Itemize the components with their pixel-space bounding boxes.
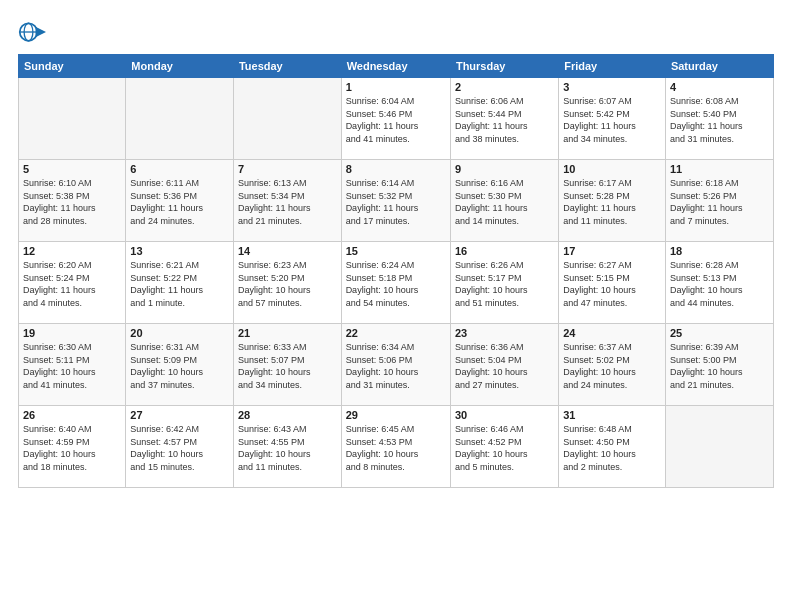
calendar-header-monday: Monday	[126, 55, 234, 78]
calendar-cell: 29Sunrise: 6:45 AMSunset: 4:53 PMDayligh…	[341, 406, 450, 488]
calendar-cell: 30Sunrise: 6:46 AMSunset: 4:52 PMDayligh…	[450, 406, 558, 488]
day-number: 6	[130, 163, 229, 175]
day-info: Sunrise: 6:10 AMSunset: 5:38 PMDaylight:…	[23, 177, 121, 227]
day-info: Sunrise: 6:39 AMSunset: 5:00 PMDaylight:…	[670, 341, 769, 391]
calendar-cell: 10Sunrise: 6:17 AMSunset: 5:28 PMDayligh…	[559, 160, 666, 242]
day-info: Sunrise: 6:37 AMSunset: 5:02 PMDaylight:…	[563, 341, 661, 391]
calendar-cell: 11Sunrise: 6:18 AMSunset: 5:26 PMDayligh…	[665, 160, 773, 242]
day-number: 28	[238, 409, 337, 421]
logo	[18, 18, 50, 46]
day-info: Sunrise: 6:28 AMSunset: 5:13 PMDaylight:…	[670, 259, 769, 309]
day-info: Sunrise: 6:36 AMSunset: 5:04 PMDaylight:…	[455, 341, 554, 391]
calendar-cell: 1Sunrise: 6:04 AMSunset: 5:46 PMDaylight…	[341, 78, 450, 160]
day-number: 20	[130, 327, 229, 339]
day-info: Sunrise: 6:34 AMSunset: 5:06 PMDaylight:…	[346, 341, 446, 391]
day-info: Sunrise: 6:06 AMSunset: 5:44 PMDaylight:…	[455, 95, 554, 145]
day-number: 18	[670, 245, 769, 257]
day-number: 17	[563, 245, 661, 257]
calendar-cell	[233, 78, 341, 160]
calendar-page: SundayMondayTuesdayWednesdayThursdayFrid…	[0, 0, 792, 612]
calendar-cell: 7Sunrise: 6:13 AMSunset: 5:34 PMDaylight…	[233, 160, 341, 242]
calendar-cell: 2Sunrise: 6:06 AMSunset: 5:44 PMDaylight…	[450, 78, 558, 160]
day-number: 13	[130, 245, 229, 257]
calendar-cell: 19Sunrise: 6:30 AMSunset: 5:11 PMDayligh…	[19, 324, 126, 406]
calendar-week-row: 5Sunrise: 6:10 AMSunset: 5:38 PMDaylight…	[19, 160, 774, 242]
day-info: Sunrise: 6:43 AMSunset: 4:55 PMDaylight:…	[238, 423, 337, 473]
day-number: 12	[23, 245, 121, 257]
calendar-cell: 12Sunrise: 6:20 AMSunset: 5:24 PMDayligh…	[19, 242, 126, 324]
calendar-cell: 14Sunrise: 6:23 AMSunset: 5:20 PMDayligh…	[233, 242, 341, 324]
day-info: Sunrise: 6:31 AMSunset: 5:09 PMDaylight:…	[130, 341, 229, 391]
day-number: 7	[238, 163, 337, 175]
calendar-cell: 26Sunrise: 6:40 AMSunset: 4:59 PMDayligh…	[19, 406, 126, 488]
calendar-week-row: 12Sunrise: 6:20 AMSunset: 5:24 PMDayligh…	[19, 242, 774, 324]
calendar-week-row: 19Sunrise: 6:30 AMSunset: 5:11 PMDayligh…	[19, 324, 774, 406]
day-number: 21	[238, 327, 337, 339]
day-number: 10	[563, 163, 661, 175]
day-number: 24	[563, 327, 661, 339]
calendar-header-friday: Friday	[559, 55, 666, 78]
calendar-cell: 8Sunrise: 6:14 AMSunset: 5:32 PMDaylight…	[341, 160, 450, 242]
day-number: 9	[455, 163, 554, 175]
calendar-header-saturday: Saturday	[665, 55, 773, 78]
day-number: 15	[346, 245, 446, 257]
calendar-cell: 3Sunrise: 6:07 AMSunset: 5:42 PMDaylight…	[559, 78, 666, 160]
calendar-header-row: SundayMondayTuesdayWednesdayThursdayFrid…	[19, 55, 774, 78]
day-info: Sunrise: 6:45 AMSunset: 4:53 PMDaylight:…	[346, 423, 446, 473]
day-info: Sunrise: 6:08 AMSunset: 5:40 PMDaylight:…	[670, 95, 769, 145]
day-info: Sunrise: 6:46 AMSunset: 4:52 PMDaylight:…	[455, 423, 554, 473]
calendar-cell	[19, 78, 126, 160]
svg-marker-4	[36, 27, 47, 38]
day-info: Sunrise: 6:40 AMSunset: 4:59 PMDaylight:…	[23, 423, 121, 473]
day-number: 25	[670, 327, 769, 339]
day-number: 22	[346, 327, 446, 339]
calendar-cell: 4Sunrise: 6:08 AMSunset: 5:40 PMDaylight…	[665, 78, 773, 160]
day-info: Sunrise: 6:14 AMSunset: 5:32 PMDaylight:…	[346, 177, 446, 227]
calendar-cell: 21Sunrise: 6:33 AMSunset: 5:07 PMDayligh…	[233, 324, 341, 406]
calendar-cell: 9Sunrise: 6:16 AMSunset: 5:30 PMDaylight…	[450, 160, 558, 242]
calendar-table: SundayMondayTuesdayWednesdayThursdayFrid…	[18, 54, 774, 488]
day-number: 16	[455, 245, 554, 257]
day-number: 1	[346, 81, 446, 93]
calendar-cell: 23Sunrise: 6:36 AMSunset: 5:04 PMDayligh…	[450, 324, 558, 406]
day-info: Sunrise: 6:30 AMSunset: 5:11 PMDaylight:…	[23, 341, 121, 391]
day-info: Sunrise: 6:04 AMSunset: 5:46 PMDaylight:…	[346, 95, 446, 145]
calendar-cell: 25Sunrise: 6:39 AMSunset: 5:00 PMDayligh…	[665, 324, 773, 406]
header	[18, 18, 774, 46]
calendar-week-row: 26Sunrise: 6:40 AMSunset: 4:59 PMDayligh…	[19, 406, 774, 488]
day-info: Sunrise: 6:11 AMSunset: 5:36 PMDaylight:…	[130, 177, 229, 227]
day-number: 30	[455, 409, 554, 421]
day-info: Sunrise: 6:33 AMSunset: 5:07 PMDaylight:…	[238, 341, 337, 391]
calendar-cell: 15Sunrise: 6:24 AMSunset: 5:18 PMDayligh…	[341, 242, 450, 324]
day-number: 26	[23, 409, 121, 421]
calendar-header-tuesday: Tuesday	[233, 55, 341, 78]
calendar-cell: 28Sunrise: 6:43 AMSunset: 4:55 PMDayligh…	[233, 406, 341, 488]
day-info: Sunrise: 6:17 AMSunset: 5:28 PMDaylight:…	[563, 177, 661, 227]
calendar-header-sunday: Sunday	[19, 55, 126, 78]
calendar-header-thursday: Thursday	[450, 55, 558, 78]
day-number: 4	[670, 81, 769, 93]
calendar-cell: 13Sunrise: 6:21 AMSunset: 5:22 PMDayligh…	[126, 242, 234, 324]
day-info: Sunrise: 6:18 AMSunset: 5:26 PMDaylight:…	[670, 177, 769, 227]
calendar-cell: 6Sunrise: 6:11 AMSunset: 5:36 PMDaylight…	[126, 160, 234, 242]
calendar-cell: 27Sunrise: 6:42 AMSunset: 4:57 PMDayligh…	[126, 406, 234, 488]
day-number: 8	[346, 163, 446, 175]
day-info: Sunrise: 6:26 AMSunset: 5:17 PMDaylight:…	[455, 259, 554, 309]
logo-icon	[18, 18, 46, 46]
day-number: 19	[23, 327, 121, 339]
day-number: 5	[23, 163, 121, 175]
day-number: 27	[130, 409, 229, 421]
day-info: Sunrise: 6:24 AMSunset: 5:18 PMDaylight:…	[346, 259, 446, 309]
day-number: 3	[563, 81, 661, 93]
day-info: Sunrise: 6:07 AMSunset: 5:42 PMDaylight:…	[563, 95, 661, 145]
calendar-cell: 31Sunrise: 6:48 AMSunset: 4:50 PMDayligh…	[559, 406, 666, 488]
day-number: 2	[455, 81, 554, 93]
calendar-cell	[665, 406, 773, 488]
calendar-week-row: 1Sunrise: 6:04 AMSunset: 5:46 PMDaylight…	[19, 78, 774, 160]
calendar-cell: 5Sunrise: 6:10 AMSunset: 5:38 PMDaylight…	[19, 160, 126, 242]
calendar-cell: 18Sunrise: 6:28 AMSunset: 5:13 PMDayligh…	[665, 242, 773, 324]
calendar-cell: 20Sunrise: 6:31 AMSunset: 5:09 PMDayligh…	[126, 324, 234, 406]
day-info: Sunrise: 6:27 AMSunset: 5:15 PMDaylight:…	[563, 259, 661, 309]
day-number: 31	[563, 409, 661, 421]
day-info: Sunrise: 6:42 AMSunset: 4:57 PMDaylight:…	[130, 423, 229, 473]
